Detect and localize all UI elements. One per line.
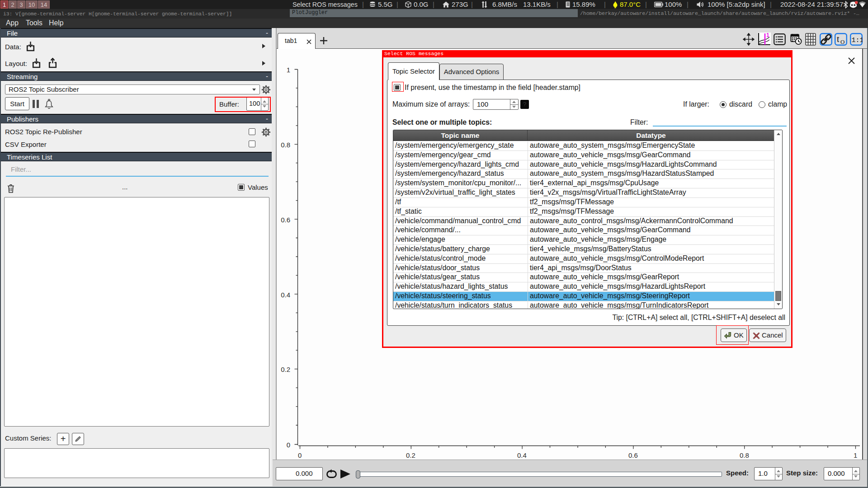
svg-text:O: O [840, 38, 844, 45]
svg-text:t: t [837, 34, 840, 44]
svg-text:1:1: 1:1 [852, 37, 863, 44]
svg-text:1: 1 [766, 33, 769, 38]
